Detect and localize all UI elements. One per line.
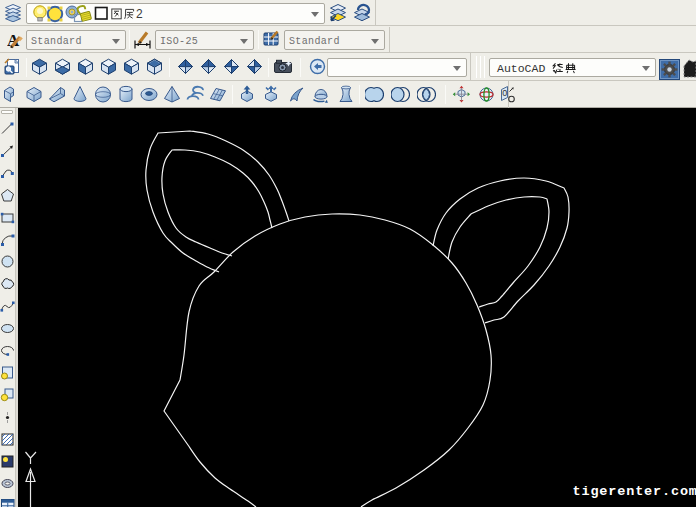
svg-text:tigerenter.com: tigerenter.com (573, 484, 696, 499)
svg-text:2: 2 (136, 7, 143, 21)
svg-text:0: 0 (502, 88, 507, 98)
